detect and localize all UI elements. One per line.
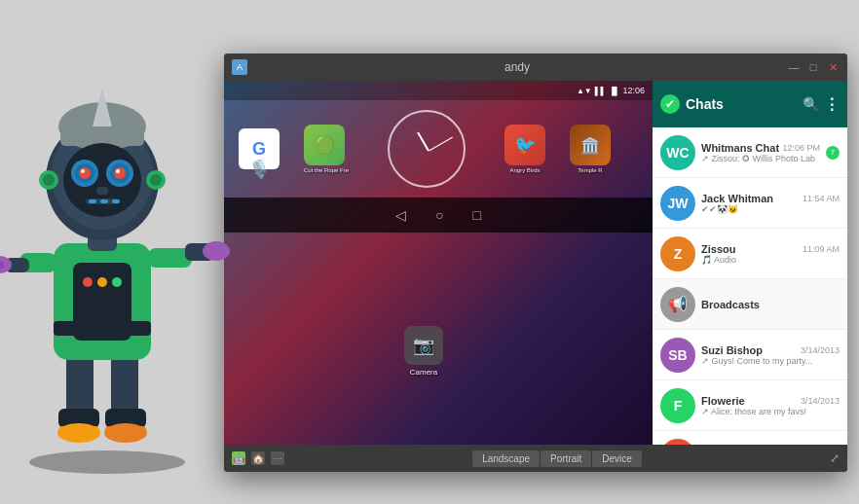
bottom-tab-landscape[interactable]: Landscape xyxy=(472,450,540,467)
back-button[interactable]: ◁ xyxy=(395,207,406,223)
chat-name-zissou: Zissou xyxy=(701,243,735,255)
whatsapp-more-icon[interactable]: ⋮ xyxy=(824,95,840,114)
chat-item-flowerie[interactable]: FFlowerie3/14/2013↗ Alice: those are my … xyxy=(653,380,847,431)
chat-preview-zissou: 🎵 Audio xyxy=(701,255,840,265)
svg-rect-39 xyxy=(89,199,96,203)
signal-icon: ▌▌ xyxy=(595,87,606,95)
svg-rect-5 xyxy=(111,350,138,418)
bottom-tab-device[interactable]: Device xyxy=(592,450,642,467)
recent-button[interactable]: □ xyxy=(473,207,481,223)
chat-info-suzi-bishop: Suzi Bishop3/14/2013↗ Guys! Come to my p… xyxy=(701,344,840,366)
chat-item-whitmans-chat[interactable]: WCWhitmans Chat12:06 PM↗ Zissou: ✪ Willi… xyxy=(653,127,847,178)
chat-time-zissou: 11:09 AM xyxy=(803,244,840,254)
whatsapp-title: Chats xyxy=(686,96,797,112)
svg-point-36 xyxy=(116,169,120,173)
window-controls: — □ ✕ xyxy=(787,61,840,74)
chat-preview-suzi-bishop: ↗ Guys! Come to my party... xyxy=(701,356,840,366)
svg-rect-4 xyxy=(58,426,99,438)
chat-item-zissou[interactable]: ZZissou11:09 AM🎵 Audio xyxy=(653,229,847,279)
svg-point-0 xyxy=(29,450,185,474)
wifi-icon: ▲▼ xyxy=(577,87,592,95)
chat-preview-flowerie: ↗ Alice: those are my favs! xyxy=(701,407,840,416)
svg-point-11 xyxy=(83,277,93,287)
minimize-button[interactable]: — xyxy=(787,61,801,74)
chat-time-suzi-bishop: 3/14/2013 xyxy=(801,345,840,355)
emulator-window: A andy — □ ✕ ▲▼ ▌▌ ▐▌ 12:06 xyxy=(224,54,847,472)
svg-point-31 xyxy=(79,167,91,179)
chat-name-whitmans-chat: Whitmans Chat xyxy=(701,142,779,154)
status-icons: ▲▼ ▌▌ ▐▌ 12:06 xyxy=(577,86,645,95)
clock-minute-hand xyxy=(429,137,453,152)
unread-badge-whitmans-chat: 7 xyxy=(826,146,840,160)
clock-widget[interactable] xyxy=(388,110,466,188)
chat-avatar-whitmans-chat: WC xyxy=(660,135,695,170)
chat-time-whitmans-chat: 12:06 PM xyxy=(782,143,820,153)
chat-item-lunch-group[interactable]: LGLunch Group2/13/2013✔✔On my way xyxy=(653,431,847,445)
chat-info-zissou: Zissou11:09 AM🎵 Audio xyxy=(701,243,840,265)
whatsapp-logo: ✔ xyxy=(660,94,680,114)
svg-point-45 xyxy=(150,174,162,186)
angry-birds-app-icon[interactable]: 🐦 Angry Birds xyxy=(504,125,545,173)
battery-icon: ▐▌ xyxy=(609,87,619,95)
chat-item-jack-whitman[interactable]: JWJack Whitman11:54 AM✔✔🐼😺 xyxy=(653,178,847,229)
chat-name-jack-whitman: Jack Whitman xyxy=(701,193,773,204)
svg-point-32 xyxy=(81,169,85,173)
home-button[interactable]: ○ xyxy=(435,207,443,223)
emulator-bottom-bar: 🤖 🏠 ⋯ LandscapePortraitDevice ⤢ xyxy=(224,445,847,472)
chat-info-broadcasts: Broadcasts xyxy=(701,299,840,310)
app-icons-row: G 🟢 Cut the Rope Fre 🐦 xyxy=(224,100,653,198)
svg-point-35 xyxy=(114,167,126,179)
whatsapp-header-icons: 🔍 ⋮ xyxy=(803,95,840,114)
chat-info-flowerie: Flowerie3/14/2013↗ Alice: those are my f… xyxy=(701,395,840,416)
chat-avatar-flowerie: F xyxy=(660,388,695,423)
cut-the-rope-app-icon[interactable]: 🟢 Cut the Rope Fre xyxy=(304,125,349,173)
chat-name-suzi-bishop: Suzi Bishop xyxy=(701,344,763,356)
svg-rect-14 xyxy=(54,321,151,336)
bottom-tab-portrait[interactable]: Portrait xyxy=(541,450,591,467)
chat-preview-jack-whitman: ✔✔🐼😺 xyxy=(701,204,840,214)
camera-app-icon[interactable]: 📷 Camera xyxy=(404,326,443,377)
svg-rect-40 xyxy=(100,199,108,203)
close-button[interactable]: ✕ xyxy=(826,61,840,74)
chat-avatar-jack-whitman: JW xyxy=(660,186,695,221)
maximize-button[interactable]: □ xyxy=(806,61,820,74)
chat-time-flowerie: 3/14/2013 xyxy=(801,396,840,406)
android-screen[interactable]: ▲▼ ▌▌ ▐▌ 12:06 G 🟢 Cut the Rope Fre xyxy=(224,81,653,445)
whatsapp-header: ✔ Chats 🔍 ⋮ xyxy=(653,81,847,127)
settings-icon[interactable]: ⋯ xyxy=(271,451,284,465)
svg-point-43 xyxy=(43,174,55,186)
temple-run-app-icon[interactable]: 🏛️ Temple R xyxy=(570,125,611,173)
chat-item-broadcasts[interactable]: 📢Broadcasts xyxy=(653,279,847,330)
clock-face xyxy=(388,110,466,188)
svg-rect-8 xyxy=(105,426,146,438)
expand-icon[interactable]: ⤢ xyxy=(830,451,840,465)
svg-rect-37 xyxy=(96,187,108,195)
chat-avatar-zissou: Z xyxy=(660,236,695,271)
chat-time-jack-whitman: 11:54 AM xyxy=(803,194,840,203)
bottom-tabs: LandscapePortraitDevice xyxy=(472,450,642,467)
svg-rect-1 xyxy=(66,350,93,418)
chat-avatar-suzi-bishop: SB xyxy=(660,338,695,373)
svg-rect-41 xyxy=(112,199,120,203)
whatsapp-panel: ✔ Chats 🔍 ⋮ WCWhitmans Chat12:06 PM↗ Zis… xyxy=(653,81,847,445)
chat-name-broadcasts: Broadcasts xyxy=(701,299,760,310)
chat-avatar-broadcasts: 📢 xyxy=(660,287,695,322)
home-icon[interactable]: 🏠 xyxy=(251,451,265,465)
svg-point-12 xyxy=(97,277,107,287)
main-content: ▲▼ ▌▌ ▐▌ 12:06 G 🟢 Cut the Rope Fre xyxy=(224,81,847,445)
svg-point-13 xyxy=(112,277,122,287)
chat-item-suzi-bishop[interactable]: SBSuzi Bishop3/14/2013↗ Guys! Come to my… xyxy=(653,330,847,380)
camera-label: Camera xyxy=(404,368,443,377)
clock-hour-hand xyxy=(417,131,430,151)
chat-info-jack-whitman: Jack Whitman11:54 AM✔✔🐼😺 xyxy=(701,193,840,214)
chat-name-flowerie: Flowerie xyxy=(701,395,745,407)
chat-list: WCWhitmans Chat12:06 PM↗ Zissou: ✪ Willi… xyxy=(653,127,847,445)
android-status-bar: ▲▼ ▌▌ ▐▌ 12:06 xyxy=(224,81,653,100)
title-bar: A andy — □ ✕ xyxy=(224,54,847,81)
chat-info-whitmans-chat: Whitmans Chat12:06 PM↗ Zissou: ✪ Willis … xyxy=(701,142,820,163)
svg-point-21 xyxy=(203,241,230,261)
robot-figure xyxy=(0,29,253,477)
chat-preview-whitmans-chat: ↗ Zissou: ✪ Willis Photo Lab xyxy=(701,154,820,163)
whatsapp-search-icon[interactable]: 🔍 xyxy=(803,96,819,112)
time-display: 12:06 xyxy=(622,86,645,95)
